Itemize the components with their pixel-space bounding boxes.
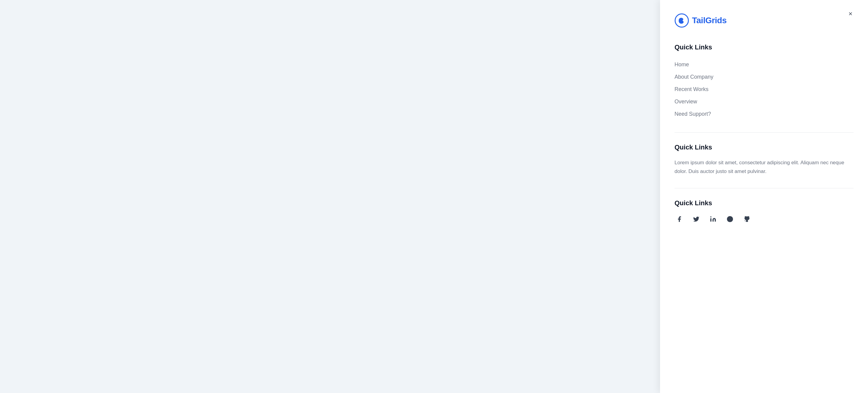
list-item: About Company — [675, 71, 854, 83]
dribbble-icon[interactable] — [725, 214, 735, 224]
main-background — [0, 0, 676, 393]
tailgrids-logo-icon — [675, 13, 689, 28]
nav-link-recent-works[interactable]: Recent Works — [675, 83, 854, 95]
section-title-1: Quick Links — [675, 43, 854, 51]
github-icon[interactable] — [742, 214, 752, 224]
description-text: Lorem ipsum dolor sit amet, consectetur … — [675, 158, 854, 176]
close-button[interactable]: × — [845, 8, 856, 19]
list-item: Need Support? — [675, 108, 854, 120]
facebook-icon[interactable] — [675, 214, 684, 224]
section-quick-links-text: Quick Links Lorem ipsum dolor sit amet, … — [675, 144, 854, 176]
svg-point-1 — [710, 216, 712, 218]
section-quick-links-nav: Quick Links Home About Company Recent Wo… — [675, 43, 854, 120]
twitter-icon[interactable] — [691, 214, 701, 224]
nav-link-overview[interactable]: Overview — [675, 95, 854, 108]
nav-links-list: Home About Company Recent Works Overview… — [675, 58, 854, 120]
logo-area: TailGrids — [675, 13, 854, 28]
section-quick-links-social: Quick Links — [675, 199, 854, 224]
nav-link-support[interactable]: Need Support? — [675, 108, 854, 120]
section-title-3: Quick Links — [675, 199, 854, 207]
social-icons-row — [675, 214, 854, 224]
list-item: Recent Works — [675, 83, 854, 95]
nav-link-about[interactable]: About Company — [675, 71, 854, 83]
divider-2 — [675, 188, 854, 188]
section-title-2: Quick Links — [675, 144, 854, 151]
nav-link-home[interactable]: Home — [675, 58, 854, 71]
list-item: Home — [675, 58, 854, 71]
sidebar-drawer: × TailGrids Quick Links Home About Compa… — [660, 0, 868, 393]
logo-text: TailGrids — [692, 16, 727, 25]
list-item: Overview — [675, 95, 854, 108]
linkedin-icon[interactable] — [708, 214, 718, 224]
